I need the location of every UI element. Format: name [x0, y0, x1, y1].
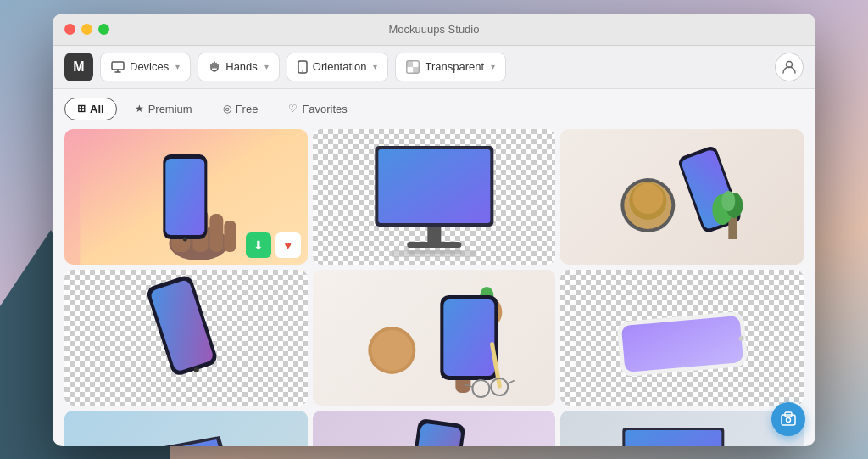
svg-rect-3 — [407, 61, 413, 67]
devices-label: Devices — [130, 60, 169, 73]
profile-button[interactable] — [775, 53, 804, 81]
svg-rect-5 — [407, 67, 413, 73]
svg-point-67 — [787, 417, 791, 422]
item7-inner — [64, 411, 308, 446]
hand-icon — [209, 60, 220, 74]
grid-item-3[interactable] — [560, 129, 804, 265]
transparent-label: Transparent — [425, 60, 484, 73]
devices-chevron-icon: ▾ — [175, 62, 180, 71]
hands-dropdown[interactable]: Hands ▾ — [198, 53, 280, 81]
filter-premium-label: Premium — [148, 103, 192, 115]
grid-item-9[interactable] — [560, 411, 804, 446]
item5-inner — [313, 270, 556, 406]
item8-inner — [313, 411, 556, 446]
filter-free-label: Free — [236, 103, 259, 115]
item1-actions: ⬇ ♥ — [246, 232, 301, 258]
item4-mockup-svg — [64, 270, 308, 406]
star-icon: ★ — [135, 103, 144, 115]
svg-point-47 — [471, 379, 490, 398]
grid-icon: ⊞ — [77, 103, 86, 115]
transparent-chevron-icon: ▾ — [491, 62, 495, 71]
item5-mockup-svg — [313, 270, 556, 406]
minimize-button[interactable] — [81, 24, 92, 35]
item3-inner — [560, 129, 804, 265]
circle-icon: ◎ — [223, 103, 231, 115]
filter-premium[interactable]: ★ Premium — [122, 98, 205, 120]
heart-outline-icon: ♡ — [288, 103, 298, 115]
window-controls — [64, 24, 109, 35]
app-window: Mockuuups Studio M Devices ▾ Hands ▾ — [53, 14, 815, 446]
filter-favorites[interactable]: ♡ Favorites — [275, 98, 359, 120]
grid-item-1[interactable]: ⬇ ♥ — [64, 129, 308, 265]
svg-rect-4 — [413, 61, 419, 67]
hands-label: Hands — [225, 60, 258, 73]
svg-rect-45 — [443, 299, 494, 376]
svg-rect-13 — [209, 214, 223, 252]
grid-item-7[interactable] — [64, 411, 308, 446]
svg-point-33 — [722, 191, 736, 211]
svg-point-38 — [371, 330, 412, 371]
filter-free[interactable]: ◎ Free — [210, 98, 271, 120]
svg-line-51 — [507, 380, 514, 383]
hands-chevron-icon: ▾ — [264, 62, 269, 71]
titlebar: Mockuuups Studio — [53, 14, 815, 46]
grid-item-6[interactable] — [560, 270, 804, 406]
item9-inner — [560, 411, 804, 446]
item4-inner — [64, 270, 308, 406]
svg-point-17 — [183, 237, 187, 241]
item3-mockup-svg — [560, 129, 804, 265]
item1-download-button[interactable]: ⬇ — [246, 232, 271, 258]
item1-heart-button[interactable]: ♥ — [275, 232, 301, 258]
item2-mockup-svg — [313, 129, 556, 265]
devices-dropdown[interactable]: Devices ▾ — [100, 53, 191, 81]
mockup-grid: ⬇ ♥ — [53, 129, 815, 446]
item8-mockup-svg — [313, 411, 556, 446]
svg-point-27 — [633, 183, 664, 214]
item7-mockup-svg — [64, 411, 308, 446]
svg-rect-23 — [407, 250, 461, 254]
transparent-dropdown[interactable]: Transparent ▾ — [395, 53, 506, 81]
grid-item-4[interactable] — [64, 270, 308, 406]
orientation-label: Orientation — [313, 60, 367, 73]
filter-all[interactable]: ⊞ All — [64, 98, 117, 120]
filter-favorites-label: Favorites — [302, 103, 347, 115]
item6-mockup-svg — [560, 270, 804, 406]
svg-rect-19 — [378, 149, 490, 223]
window-title: Mockuuups Studio — [389, 23, 480, 36]
grid-item-8[interactable] — [313, 411, 556, 446]
mockup-grid-wrapper: ⬇ ♥ — [53, 129, 815, 446]
orientation-chevron-icon: ▾ — [373, 62, 377, 71]
svg-rect-6 — [413, 67, 419, 73]
item9-mockup-svg — [560, 411, 804, 446]
orientation-dropdown[interactable]: Orientation ▾ — [287, 53, 389, 81]
item2-inner — [313, 129, 556, 265]
svg-point-2 — [302, 70, 303, 72]
close-button[interactable] — [64, 24, 75, 35]
filter-all-label: All — [90, 103, 104, 115]
svg-marker-55 — [126, 436, 236, 446]
svg-rect-20 — [427, 227, 441, 243]
maximize-button[interactable] — [98, 24, 109, 35]
svg-rect-62 — [626, 430, 722, 446]
svg-rect-14 — [224, 221, 236, 252]
monitor-icon — [111, 61, 125, 73]
toolbar: M Devices ▾ Hands ▾ — [53, 46, 815, 89]
grid-item-5[interactable] — [313, 270, 556, 406]
svg-rect-21 — [407, 242, 461, 248]
transparent-icon — [406, 60, 420, 74]
svg-rect-16 — [165, 159, 204, 235]
grid-item-2[interactable] — [313, 129, 556, 265]
fab-button[interactable] — [771, 402, 805, 436]
svg-rect-0 — [112, 62, 124, 70]
logo-button[interactable]: M — [64, 53, 93, 81]
item6-inner — [560, 270, 804, 406]
filter-bar: ⊞ All ★ Premium ◎ Free ♡ Favorites — [53, 89, 815, 129]
orientation-icon — [298, 60, 308, 74]
